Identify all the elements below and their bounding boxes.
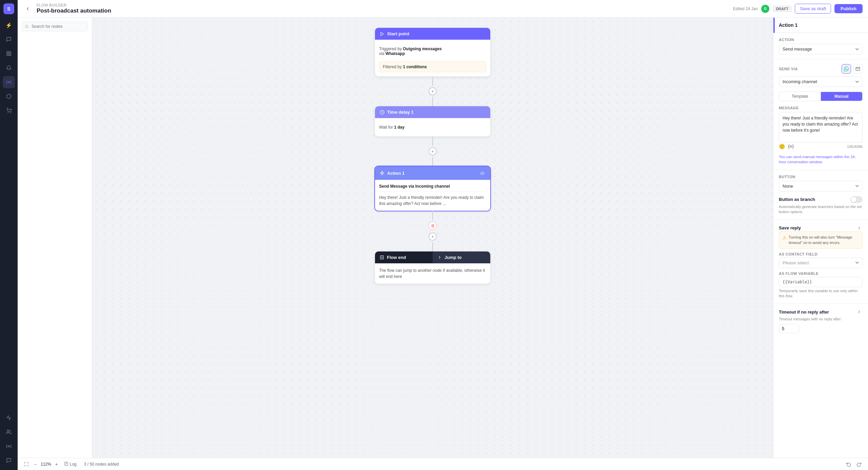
save-reply-row: Save reply — [779, 225, 863, 231]
redo-button[interactable] — [855, 460, 863, 468]
warning-box: ⚠ Turning this on will also turn "Messag… — [779, 231, 863, 249]
add-node-btn-1[interactable]: + — [429, 87, 437, 95]
action-section-label: ACTION — [779, 38, 863, 42]
jump-icon — [437, 255, 442, 260]
sidebar-icon-flow[interactable] — [3, 76, 15, 88]
timeout-icon[interactable] — [856, 308, 863, 315]
action-node-actions — [479, 170, 486, 176]
flow-variable-label: AS FLOW VARIABLE — [779, 271, 863, 276]
sidebar-icon-settings[interactable] — [3, 440, 15, 452]
divider-1 — [773, 59, 868, 59]
line-2 — [432, 97, 433, 106]
contact-field-select[interactable]: Please select — [779, 258, 863, 268]
right-panel-header-wrap: Action 1 — [773, 18, 868, 33]
button-as-branch-toggle[interactable] — [850, 196, 863, 203]
start-node-body: Triggered by Outgoing messages via Whats… — [375, 40, 490, 76]
action-select[interactable]: Send message — [779, 44, 863, 54]
button-label: Button — [779, 175, 863, 179]
sidebar-bottom — [3, 412, 15, 467]
edited-date: Edited 24 Jan — [733, 6, 758, 11]
flow-variable-input[interactable] — [779, 277, 863, 287]
zoom-in-button[interactable]: + — [53, 461, 60, 468]
svg-point-12 — [481, 172, 482, 173]
timeout-row: Timeout if no reply after — [779, 308, 863, 315]
svg-point-8 — [8, 446, 9, 447]
log-button[interactable]: Log — [64, 462, 77, 467]
flow-canvas[interactable]: Start point Triggered by Outgoing messag… — [92, 18, 773, 458]
button-section: Button None — [779, 175, 863, 191]
flow-variable-desc: Temporarily save this variable to use on… — [779, 288, 863, 299]
time-delay-title: Time delay 1 — [387, 110, 414, 115]
draft-badge: DRAFT — [773, 6, 791, 12]
timeout-desc: Timeout messages with no reply after: — [779, 317, 863, 322]
jump-to-tab[interactable]: Jump to — [433, 251, 490, 263]
svg-rect-0 — [7, 52, 8, 53]
button-select[interactable]: None — [779, 181, 863, 191]
zoom-out-button[interactable]: − — [32, 461, 39, 468]
message-footer: 🙂 {x} 105/4096 — [779, 144, 863, 150]
timeout-value-input[interactable] — [779, 324, 799, 333]
whatsapp-icon[interactable] — [842, 64, 851, 74]
sidebar-icon-activity[interactable] — [3, 412, 15, 424]
variable-icon[interactable]: {x} — [788, 144, 794, 150]
right-panel-body: ACTION Send message Send via — [773, 33, 868, 338]
template-tab[interactable]: Template — [779, 92, 821, 101]
flow-end-icon — [380, 255, 384, 260]
toggle-knob-1 — [851, 197, 856, 202]
start-node[interactable]: Start point Triggered by Outgoing messag… — [375, 28, 490, 76]
message-textarea[interactable]: Hey there! Just a friendly reminder! Are… — [779, 112, 863, 143]
publish-button[interactable]: Publish — [834, 4, 863, 13]
connector-1: + — [429, 76, 437, 106]
sidebar-icon-message-bottom[interactable] — [3, 454, 15, 467]
jump-to-label: Jump to — [445, 255, 462, 260]
sidebar-logo: S — [3, 3, 14, 14]
action-node-title: Action 1 — [387, 171, 405, 176]
back-button[interactable] — [23, 4, 33, 14]
sidebar-icon-lightning[interactable]: ⚡ — [3, 19, 15, 31]
line-4 — [432, 157, 433, 166]
search-nodes-input[interactable] — [22, 22, 88, 31]
timeout-label: Timeout if no reply after — [779, 309, 829, 315]
start-trigger: Triggered by Outgoing messages via Whats… — [379, 44, 486, 59]
warning-text: Turning this on will also turn "Message … — [789, 234, 859, 246]
start-filter: Filtered by 1 conditions — [379, 61, 486, 72]
add-node-btn-3[interactable]: + — [429, 232, 437, 241]
action-icon — [380, 171, 384, 175]
line-1 — [432, 76, 433, 86]
delete-button[interactable] — [429, 222, 437, 230]
end-node[interactable]: Flow end Jump to The flow can jump to an… — [375, 251, 490, 284]
sidebar-icon-box[interactable] — [3, 90, 15, 102]
incoming-channel-select[interactable]: Incoming channel — [779, 76, 863, 87]
flow-content: Start point Triggered by Outgoing messag… — [365, 28, 500, 284]
sidebar-icon-bell[interactable] — [3, 62, 15, 74]
fit-screen-button[interactable] — [23, 461, 30, 468]
save-reply-icon[interactable] — [856, 225, 863, 231]
timeout-value-row — [779, 324, 863, 333]
end-header: Flow end Jump to — [375, 251, 490, 263]
sidebar-icon-cart[interactable] — [3, 105, 15, 117]
time-delay-node[interactable]: Time delay 1 Wait for 1 day — [375, 106, 490, 136]
save-draft-button[interactable]: Save as draft — [795, 4, 831, 14]
emoji-icon[interactable]: 🙂 — [779, 144, 785, 150]
divider-4 — [773, 303, 868, 304]
sidebar-icon-dashboard[interactable] — [3, 48, 15, 60]
topbar: FLOW BUILDER Post-broadcast automation E… — [18, 0, 868, 18]
time-delay-wait: Wait for 1 day — [379, 122, 486, 132]
email-icon[interactable] — [853, 64, 863, 74]
manual-tab[interactable]: Manual — [821, 92, 863, 101]
action-node-header: Action 1 — [375, 166, 490, 180]
add-node-btn-2[interactable]: + — [429, 147, 437, 155]
eye-icon[interactable] — [479, 170, 486, 176]
flow-end-tab[interactable]: Flow end — [375, 251, 433, 263]
sidebar-icon-chat[interactable] — [3, 33, 15, 45]
button-as-branch-row: Button as branch — [779, 196, 863, 203]
action-node[interactable]: Action 1 Send Message via Incoming chann… — [375, 166, 490, 211]
sidebar-icon-users[interactable] — [3, 426, 15, 438]
zoom-level: 112% — [41, 462, 51, 467]
left-panel — [18, 18, 92, 458]
time-delay-header: Time delay 1 — [375, 106, 490, 118]
contact-field-label: AS CONTACT FIELD — [779, 252, 863, 256]
svg-point-5 — [8, 112, 8, 113]
undo-button[interactable] — [845, 460, 852, 468]
connector-3: + — [429, 211, 437, 251]
